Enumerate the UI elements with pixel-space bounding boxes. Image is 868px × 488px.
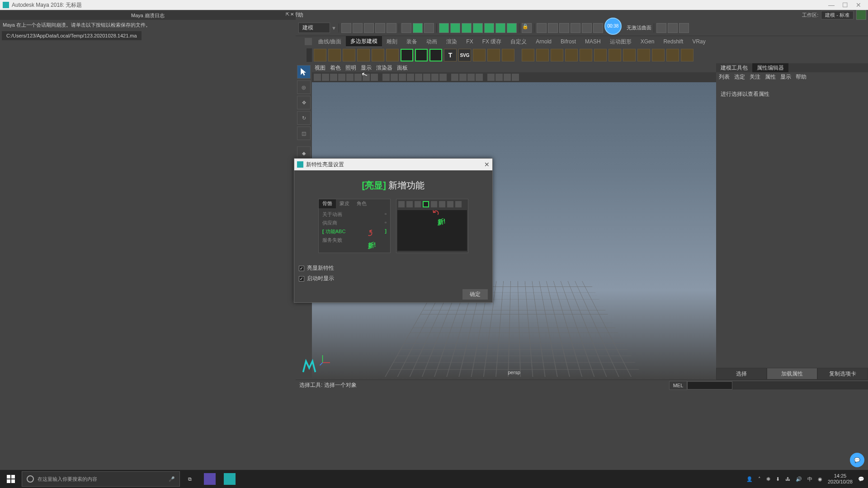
- tray-icon[interactable]: ❋: [766, 476, 770, 482]
- workspace-icon[interactable]: [856, 10, 866, 20]
- shelf-tab[interactable]: 雕刻: [382, 37, 402, 47]
- shelf-tab[interactable]: MASH: [580, 37, 605, 46]
- taskbar-search[interactable]: 在这里输入你要搜索的内容 🎤: [22, 471, 180, 487]
- vp-icon[interactable]: [399, 74, 406, 81]
- chat-bubble-icon[interactable]: 💬: [850, 453, 864, 467]
- undo-icon[interactable]: [375, 23, 385, 33]
- tray-volume-icon[interactable]: 🔊: [796, 476, 802, 482]
- vp-icon[interactable]: [504, 74, 511, 81]
- select-object-icon[interactable]: [413, 23, 423, 33]
- vp-menu[interactable]: 视图: [315, 64, 326, 72]
- action-center-icon[interactable]: 💬: [858, 476, 864, 482]
- poly-smooth-icon[interactable]: [551, 49, 563, 61]
- vp-menu[interactable]: 面板: [397, 64, 408, 72]
- poly-target-icon[interactable]: [681, 49, 693, 61]
- shelf-tab[interactable]: 运动图形: [605, 37, 636, 47]
- vp-icon[interactable]: [431, 74, 439, 81]
- shelf-tab[interactable]: Bifrost: [556, 37, 580, 46]
- poly-separate-icon[interactable]: [536, 49, 549, 61]
- ae-menu[interactable]: 选定: [734, 73, 745, 81]
- poly-reduce-icon[interactable]: [565, 49, 578, 61]
- taskbar-clock[interactable]: 14:25 2020/10/28: [828, 473, 853, 485]
- workspace-dropdown[interactable]: 建模 - 标准: [821, 11, 854, 19]
- snap-curve-icon[interactable]: [450, 23, 460, 33]
- vp-icon[interactable]: [451, 74, 458, 81]
- taskbar-app[interactable]: [200, 470, 220, 488]
- vp-icon[interactable]: [439, 74, 447, 81]
- ok-button[interactable]: 确定: [462, 289, 488, 300]
- ae-menu[interactable]: 关注: [750, 73, 760, 81]
- shelf-tab[interactable]: FX: [462, 37, 477, 46]
- vp-icon[interactable]: [391, 74, 398, 81]
- move-tool[interactable]: ✥: [297, 96, 311, 109]
- dialog-close-button[interactable]: ✕: [484, 161, 490, 168]
- construction-history-icon[interactable]: [656, 23, 666, 33]
- vp-icon[interactable]: [467, 74, 475, 81]
- vp-icon[interactable]: [476, 74, 483, 81]
- poly-hard-icon[interactable]: [609, 49, 621, 61]
- account-icon[interactable]: [679, 23, 689, 33]
- vp-menu[interactable]: 渲染器: [376, 64, 392, 72]
- select-hierarchy-icon[interactable]: [401, 23, 411, 33]
- vp-icon[interactable]: [314, 74, 321, 81]
- maximize-button[interactable]: ☐: [838, 1, 852, 9]
- polytype-icon[interactable]: T: [444, 49, 457, 61]
- panel-close-icon[interactable]: ✕: [290, 12, 294, 17]
- vp-icon[interactable]: [346, 74, 354, 81]
- taskbar-app-maya[interactable]: [220, 470, 240, 488]
- select-tool[interactable]: [297, 65, 311, 79]
- vp-icon[interactable]: [423, 74, 430, 81]
- render-setup-icon[interactable]: [582, 23, 592, 33]
- menu-set-dropdown[interactable]: 建模: [298, 23, 330, 33]
- polydisc-icon[interactable]: [401, 49, 413, 61]
- ae-menu[interactable]: 帮助: [796, 73, 807, 81]
- poly-tool-icon[interactable]: [473, 49, 486, 61]
- shelf-tab[interactable]: 装备: [402, 37, 422, 47]
- vp-icon[interactable]: [354, 74, 362, 81]
- shelf-tab[interactable]: 曲线/曲面: [314, 37, 346, 47]
- vp-icon[interactable]: [495, 74, 503, 81]
- tray-ime-icon[interactable]: 中: [807, 476, 812, 483]
- poly-bevel-icon[interactable]: [652, 49, 665, 61]
- vp-icon[interactable]: [371, 74, 378, 81]
- polysvg-icon[interactable]: SVG: [458, 49, 471, 61]
- polycube-icon[interactable]: [328, 49, 341, 61]
- task-view-button[interactable]: ⧉: [180, 470, 200, 488]
- light-editor-icon[interactable]: [593, 23, 603, 33]
- minimize-button[interactable]: —: [825, 1, 838, 9]
- vp-icon[interactable]: [338, 74, 345, 81]
- tray-people-icon[interactable]: 👤: [746, 476, 753, 482]
- ae-menu[interactable]: 列表: [719, 73, 730, 81]
- poly-tool-icon[interactable]: [502, 49, 514, 61]
- command-input[interactable]: [687, 381, 732, 389]
- ae-load-attr-button[interactable]: 加载属性: [767, 368, 817, 380]
- vp-icon[interactable]: [415, 74, 422, 81]
- ae-copy-tab-button[interactable]: 复制选项卡: [817, 368, 868, 380]
- shelf-options-icon[interactable]: [305, 38, 312, 45]
- poly-combine-icon[interactable]: [522, 49, 534, 61]
- vp-icon[interactable]: [459, 74, 467, 81]
- polycone-icon[interactable]: [357, 49, 370, 61]
- show-on-startup-checkbox[interactable]: ✓启动时显示: [299, 273, 488, 284]
- vp-icon[interactable]: [487, 74, 495, 81]
- panel-undock-icon[interactable]: ⇱: [286, 12, 289, 17]
- polytorus-icon[interactable]: [372, 49, 384, 61]
- render-settings-icon[interactable]: [559, 23, 569, 33]
- shelf-tab[interactable]: 多边形建模: [346, 36, 382, 47]
- shelf-tab[interactable]: 动画: [422, 37, 442, 47]
- ae-menu[interactable]: 属性: [765, 73, 776, 81]
- vp-icon[interactable]: [512, 74, 519, 81]
- snap-projected-icon[interactable]: [473, 23, 483, 33]
- shelf-tab[interactable]: VRay: [688, 37, 710, 46]
- save-scene-icon[interactable]: [364, 23, 374, 33]
- snap-plane-icon[interactable]: [484, 23, 494, 33]
- mic-icon[interactable]: 🎤: [169, 476, 175, 482]
- shelf-tab[interactable]: 自定义: [506, 37, 531, 47]
- redo-icon[interactable]: [387, 23, 396, 33]
- dialog-titlebar[interactable]: 新特性亮显设置 ✕: [294, 159, 492, 170]
- polysuper-icon[interactable]: [429, 49, 442, 61]
- tray-chevron-icon[interactable]: ˄: [758, 476, 761, 482]
- poly-bridge-icon[interactable]: [637, 49, 650, 61]
- snap-live-icon[interactable]: [495, 23, 505, 33]
- ae-select-button[interactable]: 选择: [716, 368, 767, 380]
